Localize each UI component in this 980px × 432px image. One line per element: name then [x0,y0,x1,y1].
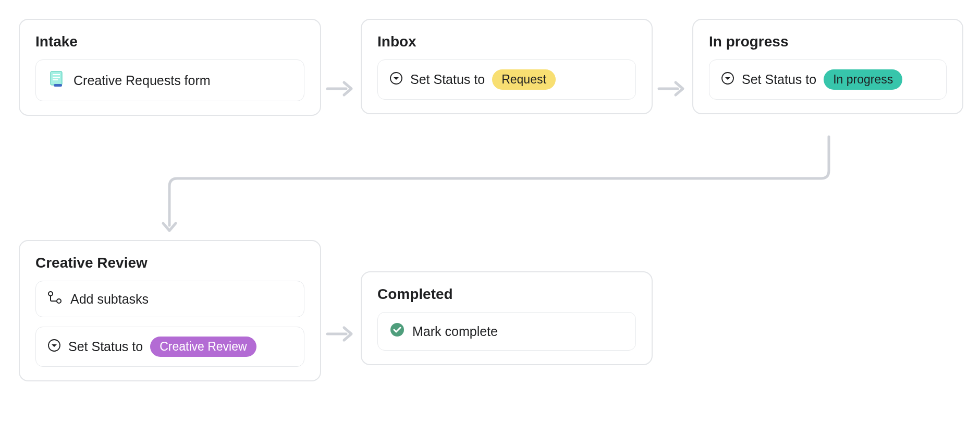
arrow-progress-review [156,130,844,242]
dropdown-icon [389,71,403,88]
arrow-intake-inbox [325,78,354,99]
completed-label: Mark complete [412,324,498,339]
intake-form-action[interactable]: Creative Requests form [35,59,304,101]
stage-title: Intake [35,33,304,50]
inbox-status-label: Set Status to [410,72,485,87]
status-pill-creative-review: Creative Review [150,337,256,357]
stage-title: Completed [377,286,636,303]
progress-status-label: Set Status to [742,72,816,87]
review-status-label: Set Status to [68,339,143,354]
inbox-status-action[interactable]: Set Status to Request [377,59,636,100]
review-subtasks-label: Add subtasks [70,292,149,307]
stage-inbox[interactable]: Inbox Set Status to Request [361,19,653,114]
check-circle-icon [389,322,405,341]
stage-title: Creative Review [35,255,304,271]
dropdown-icon [721,71,734,88]
svg-rect-4 [54,84,62,87]
status-pill-in-progress: In progress [824,69,902,90]
stage-in-progress[interactable]: In progress Set Status to In progress [692,19,963,114]
stage-title: In progress [709,33,947,50]
stage-creative-review[interactable]: Creative Review Add subtasks Set Status … [19,240,321,381]
review-subtasks-action[interactable]: Add subtasks [35,281,304,317]
subtasks-icon [47,291,63,307]
form-icon [47,69,66,91]
completed-action[interactable]: Mark complete [377,312,636,351]
svg-rect-0 [51,71,62,85]
arrow-inbox-progress [657,78,686,99]
status-pill-request: Request [492,69,556,90]
intake-form-label: Creative Requests form [74,73,211,88]
svg-point-9 [48,292,53,296]
review-status-action[interactable]: Set Status to Creative Review [35,327,304,367]
stage-intake[interactable]: Intake Creative Requests form [19,19,321,116]
dropdown-icon [47,339,61,355]
arrow-review-completed [325,323,354,344]
progress-status-action[interactable]: Set Status to In progress [709,59,947,100]
stage-completed[interactable]: Completed Mark complete [361,271,653,365]
stage-title: Inbox [377,33,636,50]
svg-point-10 [57,299,61,303]
